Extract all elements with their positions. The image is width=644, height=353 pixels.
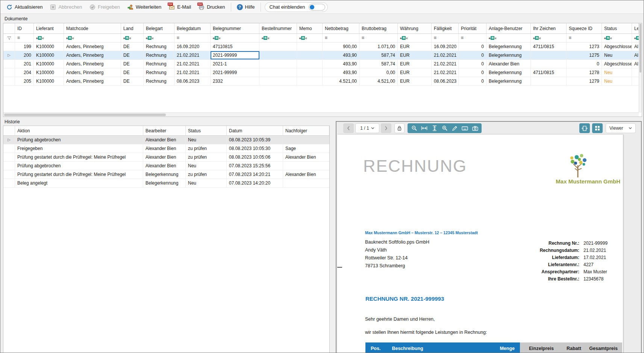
- cell-cutoff[interactable]: Al: [632, 42, 639, 51]
- cell-datum[interactable]: 08.08.2023 10:05:39: [227, 136, 283, 144]
- scrollbar-thumb[interactable]: [639, 24, 641, 73]
- filter-cell-memo[interactable]: aBc: [297, 34, 323, 42]
- cell-bearbeiter[interactable]: Belegerkennung: [143, 179, 186, 187]
- cell-id[interactable]: 204: [15, 68, 34, 77]
- cell-bestellnummer[interactable]: [259, 42, 297, 51]
- cell-id[interactable]: 199: [15, 42, 34, 51]
- cell-nachfolger[interactable]: Alexander Bien: [283, 153, 329, 161]
- column-header-squeeze-id[interactable]: Squeeze ID: [567, 23, 602, 33]
- cell-land[interactable]: DE: [121, 51, 144, 59]
- column-header-cutoff[interactable]: Le: [632, 23, 639, 33]
- cell-id[interactable]: 200: [15, 51, 34, 59]
- column-header-ihr-zeichen[interactable]: Ihr Zeichen: [531, 23, 567, 33]
- cell-matchcode[interactable]: Anders, Pinneberg: [64, 42, 121, 51]
- cell-nachfolger[interactable]: [283, 162, 329, 170]
- filter-cell-anlage-benutzer[interactable]: aBc: [486, 34, 531, 42]
- table-row[interactable]: 199 K100000 Anders, Pinneberg DE Rechnun…: [3, 42, 639, 51]
- cell-cutoff[interactable]: Al: [632, 51, 639, 59]
- cell-anlage-benutzer[interactable]: Alexander Bien: [486, 60, 531, 68]
- cell-cutoff[interactable]: Al: [632, 60, 639, 68]
- list-item[interactable]: Prüfung gestartet durch die Prüfregel: M…: [3, 170, 329, 179]
- cell-aktion[interactable]: Prüfung gestartet durch die Prüfregel: M…: [15, 153, 143, 161]
- cell-status[interactable]: Neu: [186, 136, 227, 144]
- filter-cell-squeeze-id[interactable]: =: [567, 34, 602, 42]
- cell-bruttobetrag[interactable]: 0,00: [359, 68, 398, 77]
- previous-page-button[interactable]: [343, 123, 354, 133]
- filter-cell-faelligkeit[interactable]: =: [432, 34, 459, 42]
- cell-squeeze-id[interactable]: 1278: [567, 68, 602, 77]
- cell-land[interactable]: DE: [121, 42, 144, 51]
- filter-cell-belegdatum[interactable]: =: [174, 34, 211, 42]
- cell-belegart[interactable]: Rechnung: [144, 77, 174, 85]
- cell-lieferant[interactable]: K100000: [34, 60, 64, 68]
- cell-belegdatum[interactable]: 21.02.2021: [174, 51, 211, 59]
- cell-status[interactable]: zu prüfen: [186, 170, 227, 179]
- column-header-waehrung[interactable]: Währung: [398, 23, 432, 33]
- cell-land[interactable]: DE: [121, 60, 144, 68]
- fit-width-button[interactable]: [419, 123, 429, 133]
- cell-status[interactable]: Neu: [602, 51, 632, 59]
- cell-datum[interactable]: 08.08.2023 10:05:30: [227, 144, 283, 153]
- table-row[interactable]: 201 K100000 Anders, Pinneberg DE Rechnun…: [3, 60, 639, 68]
- cell-datum[interactable]: 07.08.2023 14:20:21: [227, 170, 283, 179]
- cell-belegdatum[interactable]: 21.02.2021: [174, 68, 211, 77]
- cell-status[interactable]: zu prüfen: [186, 144, 227, 153]
- column-header-datum[interactable]: Datum: [227, 126, 283, 135]
- cell-matchcode[interactable]: Anders, Pinneberg: [64, 77, 121, 85]
- cell-prioritaet[interactable]: 0: [459, 42, 486, 51]
- cell-bearbeiter[interactable]: Alexander Bien: [143, 162, 186, 170]
- cell-nettobetrag[interactable]: 900,00: [323, 42, 359, 51]
- cell-land[interactable]: DE: [121, 68, 144, 77]
- keyboard-button[interactable]: [460, 123, 470, 133]
- table-row[interactable]: 205 K100000 Anders, Pinneberg DE Rechnun…: [3, 77, 639, 86]
- cell-belegnummer[interactable]: 2332: [211, 77, 259, 85]
- cell-memo[interactable]: [297, 60, 323, 68]
- fit-height-button[interactable]: [429, 123, 439, 133]
- filter-cell-matchcode[interactable]: aBc: [64, 34, 121, 42]
- next-page-button[interactable]: [381, 123, 391, 133]
- cell-bruttobetrag[interactable]: 1.071,00: [359, 42, 398, 51]
- filter-cell-waehrung[interactable]: aBc: [398, 34, 432, 42]
- column-header-bearbeiter[interactable]: Bearbeiter: [143, 126, 186, 135]
- cell-prioritaet[interactable]: 0: [459, 77, 486, 85]
- cell-nachfolger[interactable]: Sage: [283, 144, 329, 153]
- cell-aktion[interactable]: Prüfung abgebrochen: [15, 136, 143, 144]
- cell-ihr-zeichen[interactable]: [531, 77, 567, 85]
- cell-nettobetrag[interactable]: 4.521,00: [323, 77, 359, 85]
- cell-bruttobetrag[interactable]: 4.521,00: [359, 77, 398, 85]
- refresh-button[interactable]: Aktualisieren: [3, 2, 46, 12]
- cell-nachfolger[interactable]: [283, 136, 329, 144]
- cell-matchcode[interactable]: Anders, Pinneberg: [64, 68, 121, 77]
- cell-lieferant[interactable]: K100000: [34, 68, 64, 77]
- column-header-anlage-benutzer[interactable]: Anlage-Benutzer: [486, 23, 531, 33]
- list-item[interactable]: Freigegeben Alexander Bien zu prüfen 08.…: [3, 144, 329, 153]
- list-item-selected[interactable]: ▷ Prüfung abgebrochen Alexander Bien Neu…: [3, 136, 329, 144]
- cell-memo[interactable]: [297, 51, 323, 59]
- cell-datum[interactable]: 07.08.2023 15:25:56: [227, 162, 283, 170]
- filter-cell-nettobetrag[interactable]: =: [323, 34, 359, 42]
- cell-matchcode[interactable]: Anders, Pinneberg: [64, 51, 121, 59]
- cell-belegart[interactable]: Rechnung: [144, 60, 174, 68]
- cell-ihr-zeichen[interactable]: [531, 60, 567, 68]
- cell-faelligkeit[interactable]: 21.02.2021: [432, 60, 459, 68]
- cell-squeeze-id[interactable]: 1273: [567, 42, 602, 51]
- table-row-selected[interactable]: ▷ 200 K100000 Anders, Pinneberg DE Rechn…: [3, 51, 639, 60]
- cell-bestellnummer[interactable]: [259, 77, 297, 85]
- cell-belegart[interactable]: Rechnung: [144, 42, 174, 51]
- documents-vertical-scrollbar[interactable]: [639, 23, 642, 112]
- cell-status[interactable]: Neu: [602, 68, 632, 77]
- cell-bestellnummer[interactable]: [259, 68, 297, 77]
- cell-squeeze-id[interactable]: 1275: [567, 51, 602, 59]
- cell-bearbeiter[interactable]: Belegerkennung: [143, 170, 186, 179]
- cell-belegdatum[interactable]: 21.02.2021: [174, 60, 211, 68]
- filter-cell-status[interactable]: aBc: [602, 34, 632, 42]
- cell-belegnummer[interactable]: 2021-99999: [211, 68, 259, 77]
- scrollbar-thumb[interactable]: [4, 114, 166, 116]
- cell-status[interactable]: zu prüfen: [186, 153, 227, 161]
- cell-lieferant[interactable]: K100000: [34, 42, 64, 51]
- cell-status[interactable]: Neu: [186, 162, 227, 170]
- zoom-in-button[interactable]: [439, 123, 450, 133]
- filter-cell-prioritaet[interactable]: =: [459, 34, 486, 42]
- cell-nettobetrag[interactable]: 493,90: [323, 60, 359, 68]
- help-button[interactable]: ? Hilfe: [233, 2, 259, 12]
